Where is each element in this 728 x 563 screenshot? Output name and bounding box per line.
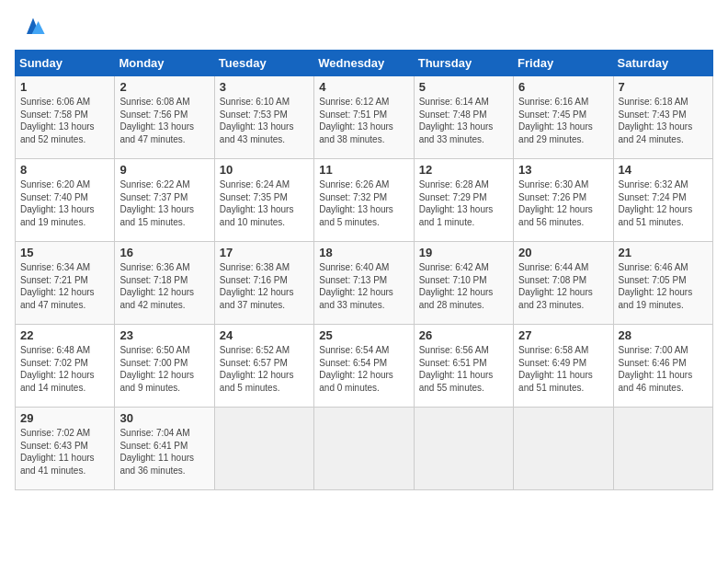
day-number: 7: [619, 80, 708, 94]
calendar-cell: [514, 408, 613, 490]
header-day-friday: Friday: [514, 51, 613, 76]
calendar-cell: 5Sunrise: 6:14 AMSunset: 7:48 PMDaylight…: [414, 76, 513, 159]
header-day-sunday: Sunday: [16, 51, 115, 76]
logo: [15, 15, 46, 40]
calendar-cell: 27Sunrise: 6:58 AMSunset: 6:49 PMDayligh…: [514, 325, 613, 408]
calendar-cell: [314, 408, 414, 490]
cell-info: Sunrise: 6:18 AMSunset: 7:43 PMDaylight:…: [619, 97, 693, 144]
calendar-week-5: 29Sunrise: 7:02 AMSunset: 6:43 PMDayligh…: [16, 408, 713, 490]
cell-info: Sunrise: 6:38 AMSunset: 7:16 PMDaylight:…: [220, 262, 294, 310]
calendar-cell: 23Sunrise: 6:50 AMSunset: 7:00 PMDayligh…: [115, 325, 214, 408]
cell-info: Sunrise: 6:56 AMSunset: 6:51 PMDaylight:…: [419, 345, 494, 393]
calendar-cell: 4Sunrise: 6:12 AMSunset: 7:51 PMDaylight…: [314, 76, 414, 159]
calendar-cell: 24Sunrise: 6:52 AMSunset: 6:57 PMDayligh…: [214, 325, 313, 408]
calendar-cell: 8Sunrise: 6:20 AMSunset: 7:40 PMDaylight…: [16, 159, 115, 242]
day-number: 16: [119, 246, 209, 259]
day-number: 17: [220, 246, 309, 259]
calendar-cell: 18Sunrise: 6:40 AMSunset: 7:13 PMDayligh…: [314, 242, 414, 325]
calendar-cell: 16Sunrise: 6:36 AMSunset: 7:18 PMDayligh…: [115, 242, 214, 325]
calendar-cell: 3Sunrise: 6:10 AMSunset: 7:53 PMDaylight…: [214, 76, 313, 159]
day-number: 30: [119, 411, 209, 425]
day-number: 1: [20, 80, 109, 94]
cell-info: Sunrise: 6:54 AMSunset: 6:54 PMDaylight:…: [319, 345, 393, 393]
calendar-cell: 25Sunrise: 6:54 AMSunset: 6:54 PMDayligh…: [314, 325, 414, 408]
day-number: 22: [20, 328, 109, 342]
day-number: 2: [119, 80, 209, 94]
calendar-cell: 2Sunrise: 6:08 AMSunset: 7:56 PMDaylight…: [115, 76, 214, 159]
header-day-saturday: Saturday: [613, 51, 712, 76]
day-number: 24: [220, 328, 309, 342]
calendar-cell: 1Sunrise: 6:06 AMSunset: 7:58 PMDaylight…: [16, 76, 115, 159]
cell-info: Sunrise: 6:06 AMSunset: 7:58 PMDaylight:…: [20, 97, 95, 144]
cell-info: Sunrise: 6:48 AMSunset: 7:02 PMDaylight:…: [20, 345, 95, 393]
calendar-cell: 15Sunrise: 6:34 AMSunset: 7:21 PMDayligh…: [16, 242, 115, 325]
calendar-body: 1Sunrise: 6:06 AMSunset: 7:58 PMDaylight…: [16, 76, 713, 490]
cell-info: Sunrise: 6:16 AMSunset: 7:45 PMDaylight:…: [518, 97, 593, 144]
day-number: 19: [419, 246, 508, 259]
cell-info: Sunrise: 6:36 AMSunset: 7:18 PMDaylight:…: [119, 262, 194, 310]
cell-info: Sunrise: 6:52 AMSunset: 6:57 PMDaylight:…: [220, 345, 294, 393]
cell-info: Sunrise: 6:40 AMSunset: 7:13 PMDaylight:…: [319, 262, 393, 310]
cell-info: Sunrise: 6:32 AMSunset: 7:24 PMDaylight:…: [619, 179, 693, 227]
cell-info: Sunrise: 6:28 AMSunset: 7:29 PMDaylight:…: [419, 179, 494, 227]
calendar-cell: 14Sunrise: 6:32 AMSunset: 7:24 PMDayligh…: [613, 159, 712, 242]
day-number: 9: [119, 163, 209, 177]
calendar-week-3: 15Sunrise: 6:34 AMSunset: 7:21 PMDayligh…: [16, 242, 713, 325]
day-number: 15: [20, 246, 109, 259]
header-day-monday: Monday: [115, 51, 214, 76]
cell-info: Sunrise: 6:14 AMSunset: 7:48 PMDaylight:…: [419, 97, 494, 144]
calendar-cell: 12Sunrise: 6:28 AMSunset: 7:29 PMDayligh…: [414, 159, 513, 242]
day-number: 27: [518, 328, 608, 342]
day-number: 20: [518, 246, 608, 259]
calendar-cell: 13Sunrise: 6:30 AMSunset: 7:26 PMDayligh…: [514, 159, 613, 242]
page-header: [15, 15, 713, 40]
cell-info: Sunrise: 6:12 AMSunset: 7:51 PMDaylight:…: [319, 97, 393, 144]
cell-info: Sunrise: 6:10 AMSunset: 7:53 PMDaylight:…: [220, 97, 294, 144]
cell-info: Sunrise: 6:42 AMSunset: 7:10 PMDaylight:…: [419, 262, 494, 310]
header-day-tuesday: Tuesday: [214, 51, 313, 76]
calendar-header: SundayMondayTuesdayWednesdayThursdayFrid…: [16, 51, 713, 76]
day-number: 12: [419, 163, 508, 177]
cell-info: Sunrise: 6:30 AMSunset: 7:26 PMDaylight:…: [518, 179, 593, 227]
calendar-cell: 30Sunrise: 7:04 AMSunset: 6:41 PMDayligh…: [115, 408, 214, 490]
cell-info: Sunrise: 6:20 AMSunset: 7:40 PMDaylight:…: [20, 179, 95, 227]
header-day-thursday: Thursday: [414, 51, 513, 76]
cell-info: Sunrise: 7:04 AMSunset: 6:41 PMDaylight:…: [119, 428, 194, 476]
calendar-cell: 28Sunrise: 7:00 AMSunset: 6:46 PMDayligh…: [613, 325, 712, 408]
cell-info: Sunrise: 6:22 AMSunset: 7:37 PMDaylight:…: [119, 179, 194, 227]
cell-info: Sunrise: 7:02 AMSunset: 6:43 PMDaylight:…: [20, 428, 95, 476]
logo-icon: [20, 15, 46, 40]
calendar-cell: 17Sunrise: 6:38 AMSunset: 7:16 PMDayligh…: [214, 242, 313, 325]
calendar-cell: 10Sunrise: 6:24 AMSunset: 7:35 PMDayligh…: [214, 159, 313, 242]
calendar-week-4: 22Sunrise: 6:48 AMSunset: 7:02 PMDayligh…: [16, 325, 713, 408]
cell-info: Sunrise: 6:08 AMSunset: 7:56 PMDaylight:…: [119, 97, 194, 144]
day-number: 26: [419, 328, 508, 342]
calendar-cell: 19Sunrise: 6:42 AMSunset: 7:10 PMDayligh…: [414, 242, 513, 325]
calendar-cell: [613, 408, 712, 490]
day-number: 8: [20, 163, 109, 177]
cell-info: Sunrise: 6:46 AMSunset: 7:05 PMDaylight:…: [619, 262, 693, 310]
day-number: 18: [319, 246, 408, 259]
calendar-week-1: 1Sunrise: 6:06 AMSunset: 7:58 PMDaylight…: [16, 76, 713, 159]
day-number: 14: [619, 163, 708, 177]
day-number: 4: [319, 80, 408, 94]
day-number: 6: [518, 80, 608, 94]
day-number: 28: [619, 328, 708, 342]
cell-info: Sunrise: 6:50 AMSunset: 7:00 PMDaylight:…: [119, 345, 194, 393]
cell-info: Sunrise: 6:44 AMSunset: 7:08 PMDaylight:…: [518, 262, 593, 310]
calendar-cell: 29Sunrise: 7:02 AMSunset: 6:43 PMDayligh…: [16, 408, 115, 490]
day-number: 25: [319, 328, 408, 342]
calendar-week-2: 8Sunrise: 6:20 AMSunset: 7:40 PMDaylight…: [16, 159, 713, 242]
cell-info: Sunrise: 6:58 AMSunset: 6:49 PMDaylight:…: [518, 345, 593, 393]
calendar-cell: [214, 408, 313, 490]
cell-info: Sunrise: 6:26 AMSunset: 7:32 PMDaylight:…: [319, 179, 393, 227]
calendar-cell: 20Sunrise: 6:44 AMSunset: 7:08 PMDayligh…: [514, 242, 613, 325]
header-day-wednesday: Wednesday: [314, 51, 414, 76]
calendar-cell: 6Sunrise: 6:16 AMSunset: 7:45 PMDaylight…: [514, 76, 613, 159]
day-number: 10: [220, 163, 309, 177]
calendar-cell: 9Sunrise: 6:22 AMSunset: 7:37 PMDaylight…: [115, 159, 214, 242]
day-number: 11: [319, 163, 408, 177]
day-number: 23: [119, 328, 209, 342]
calendar-cell: 22Sunrise: 6:48 AMSunset: 7:02 PMDayligh…: [16, 325, 115, 408]
day-number: 3: [220, 80, 309, 94]
